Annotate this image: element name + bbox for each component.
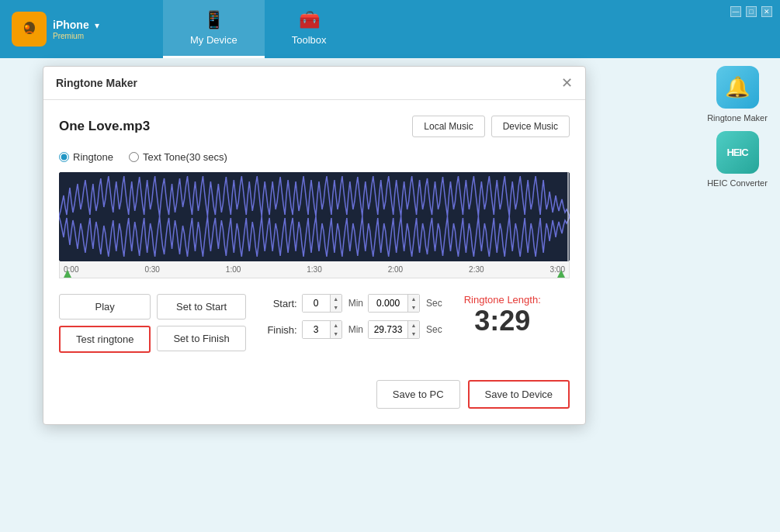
ringtone-length-label: Ringtone Length:	[464, 294, 541, 306]
app-logo-icon	[12, 12, 47, 47]
test-ringtone-button[interactable]: Test ringtone	[59, 326, 151, 353]
music-buttons: Local Music Device Music	[412, 116, 570, 137]
left-panel: Ringtone Maker ✕ One Love.mp3 Local Musi…	[0, 58, 695, 532]
start-min-input[interactable]	[303, 295, 330, 312]
timeline-mark-3: 1:30	[307, 265, 321, 274]
ringtone-maker-modal: Ringtone Maker ✕ One Love.mp3 Local Musi…	[43, 66, 586, 425]
start-sec-down[interactable]: ▼	[408, 303, 419, 312]
modal-close-button[interactable]: ✕	[561, 76, 573, 90]
text-tone-radio-label[interactable]: Text Tone(30 secs)	[129, 151, 227, 163]
finish-sec-spinners: ▲ ▼	[407, 321, 419, 338]
tab-toolbox-label: Toolbox	[292, 34, 327, 46]
modal-body: One Love.mp3 Local Music Device Music Ri…	[43, 100, 585, 424]
heic-converter-icon: HEIC	[716, 131, 759, 174]
start-time-row: Start: ▲ ▼ Min	[260, 294, 442, 313]
close-button[interactable]: ✕	[761, 6, 772, 17]
main-content: Ringtone Maker ✕ One Love.mp3 Local Musi…	[0, 58, 780, 532]
controls-area: Play Test ringtone Set to Start Set to F…	[59, 294, 570, 353]
start-min-spinners: ▲ ▼	[330, 295, 341, 312]
finish-min-input-group: ▲ ▼	[302, 320, 342, 339]
tab-toolbox[interactable]: 🧰 Toolbox	[265, 0, 354, 58]
heic-converter-label: HEIC Converter	[707, 178, 768, 188]
my-device-icon: 📱	[203, 10, 224, 30]
maximize-button[interactable]: □	[746, 6, 757, 17]
waveform-svg	[59, 172, 570, 261]
timeline-mark-0: 0:00	[64, 265, 78, 274]
start-min-down[interactable]: ▼	[331, 303, 341, 312]
finish-label: Finish:	[260, 324, 297, 336]
finish-sec-input[interactable]	[369, 321, 407, 338]
timeline-mark-2: 1:00	[226, 265, 241, 274]
ringtone-label: Ringtone	[73, 151, 113, 163]
file-name: One Love.mp3	[59, 119, 150, 134]
finish-min-up[interactable]: ▲	[331, 321, 341, 330]
window-controls: — □ ✕	[730, 6, 772, 17]
right-sidebar: 🔔 Ringtone Maker HEIC HEIC Converter	[695, 58, 780, 532]
set-to-start-button[interactable]: Set to Start	[157, 294, 245, 320]
time-inputs: Start: ▲ ▼ Min	[260, 294, 442, 339]
start-sec-unit: Sec	[426, 298, 442, 309]
finish-min-unit: Min	[348, 324, 363, 335]
app-name-arrow[interactable]: ▾	[95, 20, 99, 31]
ringtone-radio-label[interactable]: Ringtone	[59, 151, 113, 163]
modal-title: Ringtone Maker	[56, 77, 137, 89]
finish-sec-input-group: ▲ ▼	[368, 320, 420, 339]
start-min-up[interactable]: ▲	[331, 295, 341, 303]
timeline: 0:00 0:30 1:00 1:30 2:00 2:30 3:00	[59, 261, 570, 278]
minimize-button[interactable]: —	[730, 6, 741, 17]
bell-icon: 🔔	[725, 75, 750, 99]
modal-header: Ringtone Maker ✕	[43, 67, 585, 100]
device-music-button[interactable]: Device Music	[491, 116, 570, 137]
sidebar-tool-ringtone-maker[interactable]: 🔔 Ringtone Maker	[701, 66, 774, 123]
local-music-button[interactable]: Local Music	[412, 116, 484, 137]
logo-area: iPhone ▾ Premium	[0, 0, 163, 58]
file-row: One Love.mp3 Local Music Device Music	[59, 116, 570, 137]
ringtone-maker-label: Ringtone Maker	[707, 113, 768, 123]
app-premium-label: Premium	[53, 32, 99, 40]
ringtone-length-area: Ringtone Length: 3:29	[464, 294, 541, 337]
center-buttons: Set to Start Set to Finish	[157, 294, 245, 351]
finish-sec-down[interactable]: ▼	[408, 330, 419, 338]
start-min-unit: Min	[348, 298, 363, 309]
finish-sec-up[interactable]: ▲	[408, 321, 419, 330]
toolbox-icon: 🧰	[299, 10, 320, 30]
save-to-pc-button[interactable]: Save to PC	[376, 380, 460, 409]
timeline-mark-5: 2:30	[469, 265, 484, 274]
timeline-mark-4: 2:00	[388, 265, 403, 274]
heic-icon-text: HEIC	[726, 147, 747, 158]
start-label: Start:	[260, 298, 297, 309]
finish-min-spinners: ▲ ▼	[330, 321, 341, 338]
ringtone-length-time: 3:29	[464, 306, 541, 337]
finish-sec-unit: Sec	[426, 324, 442, 335]
finish-min-input[interactable]	[303, 321, 330, 338]
radio-row: Ringtone Text Tone(30 secs)	[59, 151, 570, 163]
ringtone-radio[interactable]	[59, 152, 69, 162]
finish-min-down[interactable]: ▼	[331, 330, 341, 338]
start-sec-spinners: ▲ ▼	[407, 295, 419, 312]
finish-time-row: Finish: ▲ ▼ Min	[260, 320, 442, 339]
nav-tabs: 📱 My Device 🧰 Toolbox	[163, 0, 354, 58]
app-title-group: iPhone ▾ Premium	[53, 18, 99, 40]
start-sec-input[interactable]	[369, 295, 407, 312]
start-sec-input-group: ▲ ▼	[368, 294, 420, 313]
start-min-input-group: ▲ ▼	[302, 294, 342, 313]
bottom-row: Save to PC Save to Device	[59, 372, 570, 409]
tab-my-device-label: My Device	[190, 34, 237, 46]
timeline-mark-1: 0:30	[144, 265, 159, 274]
top-bar: iPhone ▾ Premium 📱 My Device 🧰 Toolbox —…	[0, 0, 780, 58]
text-tone-label: Text Tone(30 secs)	[143, 151, 227, 163]
svg-rect-5	[59, 172, 570, 261]
timeline-marks: 0:00 0:30 1:00 1:30 2:00 2:30 3:00	[60, 265, 569, 274]
start-sec-up[interactable]: ▲	[408, 295, 419, 303]
tab-my-device[interactable]: 📱 My Device	[163, 0, 265, 58]
svg-point-3	[25, 25, 27, 27]
sidebar-tool-heic-converter[interactable]: HEIC HEIC Converter	[701, 131, 774, 188]
set-to-finish-button[interactable]: Set to Finish	[157, 326, 245, 351]
play-button[interactable]: Play	[59, 294, 151, 320]
app-iphone-label: iPhone	[53, 19, 89, 31]
left-buttons: Play Test ringtone	[59, 294, 151, 353]
text-tone-radio[interactable]	[129, 152, 139, 162]
waveform-container[interactable]	[59, 172, 570, 261]
timeline-mark-6: 3:00	[550, 265, 565, 274]
save-to-device-button[interactable]: Save to Device	[468, 380, 570, 409]
